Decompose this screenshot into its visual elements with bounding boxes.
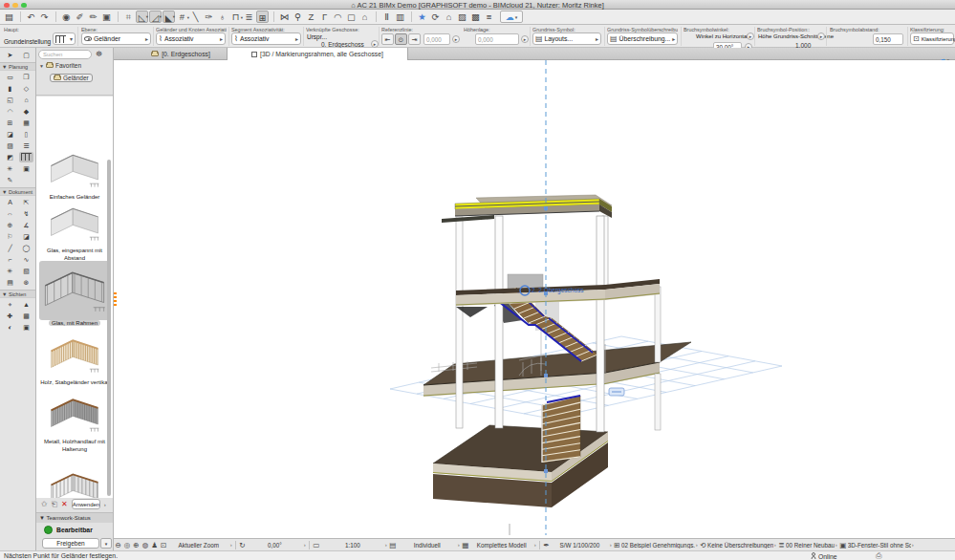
snap-grid-icon[interactable]: ⊞: [256, 11, 269, 23]
window-titlebar[interactable]: ⌂ AC 21 BIMx Demo [GRAPHISOFT demo - BIM…: [0, 0, 955, 10]
pen-nib-icon[interactable]: ✑: [203, 11, 215, 23]
geschosse-expand-button[interactable]: ▸: [371, 40, 379, 48]
geometry-method-2-icon[interactable]: ◿▾: [149, 11, 162, 23]
statusbar-3d-style[interactable]: ▣3D-Fenster-Stil ohne Sonne›: [838, 541, 915, 549]
zoom-out-icon[interactable]: ⊖: [116, 541, 121, 549]
line-icon[interactable]: ╲: [189, 11, 202, 23]
zoom-icon[interactable]: ⚲: [292, 11, 304, 23]
zoom-in-icon[interactable]: ⊕: [133, 541, 139, 549]
worksheet-tool[interactable]: ▩: [19, 311, 33, 321]
favorite-star-icon[interactable]: ✩: [41, 500, 48, 508]
floorplan-override-selector[interactable]: ▤Überschreibung...▸: [607, 32, 678, 45]
camera2-tool[interactable]: ▣: [19, 322, 33, 333]
drawing-tool[interactable]: ▤: [3, 277, 17, 288]
zoom-box-icon[interactable]: ⊡: [161, 541, 166, 549]
refline-left-toggle[interactable]: ⇤: [381, 33, 394, 45]
text-tool[interactable]: A: [3, 197, 17, 207]
section-icon[interactable]: Ⅱ: [380, 11, 393, 23]
statusbar-pen-set[interactable]: ✒S/W 1/100/200›: [542, 541, 613, 549]
teamwork-status-header[interactable]: ▼ Teamwork-Status: [36, 512, 113, 523]
bruchwinkel-mode-button[interactable]: ▸: [747, 32, 754, 40]
lamp-tool[interactable]: ✳: [3, 163, 17, 174]
section-tool[interactable]: ⌖: [3, 299, 17, 310]
pan-icon[interactable]: ◍: [142, 541, 149, 549]
save-icon[interactable]: ▤: [3, 11, 15, 23]
freeform-tool[interactable]: ✎: [3, 175, 17, 185]
bruchwinkel-mode[interactable]: Winkel zu Horizontal: [696, 33, 749, 39]
mesh-tool[interactable]: ▦: [19, 118, 33, 128]
favorites-tree-root[interactable]: ▼Favoriten: [39, 62, 116, 69]
inject-parameters-icon[interactable]: ✐: [74, 11, 86, 23]
segment-associativity[interactable]: ⌇Assoziativ▸: [231, 32, 301, 45]
bruchposition-mode-button[interactable]: ▸: [817, 32, 825, 40]
palette-splitter-handle[interactable]: [114, 292, 117, 308]
floorplan-symbol-selector[interactable]: ▤Layouts...▸: [532, 32, 601, 45]
favorite-item[interactable]: Metall, Holzhandlauf ohne Halterung: [36, 465, 113, 498]
marquee-tool[interactable]: ▢: [19, 50, 33, 60]
delete-favorite-icon[interactable]: ✕: [61, 500, 68, 508]
release-dropdown[interactable]: ▾: [100, 538, 112, 549]
teamwork-cloud-button[interactable]: ☁▾: [500, 11, 523, 23]
shell-tool[interactable]: ◠: [3, 106, 17, 117]
figure-tool[interactable]: ▧: [19, 266, 33, 276]
curtainwall-tool[interactable]: ⊞: [3, 118, 17, 128]
trim-icon[interactable]: ⋈: [278, 11, 291, 23]
tab-3d[interactable]: [3D / Markierungsrahmen, alle Geschosse]: [227, 48, 408, 60]
leveldim-tool[interactable]: ⊕: [3, 220, 17, 230]
roof-tool[interactable]: ⌂: [19, 95, 33, 105]
release-button[interactable]: Freigeben: [42, 538, 99, 549]
pickup-parameters-icon[interactable]: ◉: [60, 11, 73, 23]
favorite-item[interactable]: Glas, mit Rahmen: [36, 261, 113, 332]
zone-tool[interactable]: ◩: [3, 152, 17, 162]
favorite-item[interactable]: Einfaches Geländer: [36, 146, 113, 200]
actions-expand-icon[interactable]: ›: [104, 502, 106, 507]
statusbar-scale[interactable]: ▭1:100›: [312, 541, 388, 549]
gravity-icon[interactable]: ♁: [216, 11, 228, 23]
spline-tool[interactable]: ∿: [19, 254, 33, 265]
refline-center-toggle[interactable]: ⊙: [395, 33, 407, 45]
layers-icon[interactable]: ▩: [469, 11, 482, 23]
lock-icon[interactable]: ⊓▾: [229, 11, 242, 23]
toolbox-section-sichten[interactable]: ▼ Sichten: [0, 290, 35, 298]
railing-node-associativity[interactable]: ⌇Assoziativ▸: [156, 32, 226, 45]
polyline-tool[interactable]: ⌐: [3, 254, 17, 265]
gear-icon[interactable]: ☸: [96, 50, 102, 58]
bruchabstand-input[interactable]: 0,150: [873, 33, 903, 45]
refline-right-toggle[interactable]: ⇥: [408, 33, 421, 45]
pointer-tool[interactable]: ➤: [3, 50, 17, 60]
dim2-tool[interactable]: ↯: [19, 208, 33, 219]
hatch-tool[interactable]: ▨: [3, 140, 17, 151]
box-icon[interactable]: ▢: [345, 11, 358, 23]
classification-button[interactable]: ⊡Klassifizierung...: [910, 32, 954, 45]
wall-tool[interactable]: ▭: [3, 72, 17, 82]
printer-icon[interactable]: ⎙: [876, 551, 881, 560]
elevation-expand-button[interactable]: ▸: [521, 35, 529, 43]
favorites-scrollbar[interactable]: [107, 160, 111, 496]
favorite-item[interactable]: Glas, eingespannt mit Abstand: [36, 200, 113, 261]
undo-icon[interactable]: ↶: [25, 11, 37, 23]
beam-tool[interactable]: ◪: [3, 129, 17, 140]
object-tool[interactable]: ▣: [19, 163, 33, 174]
tab-erdgeschoss[interactable]: [0. Erdgeschoss]: [135, 48, 227, 60]
statusbar-current-zoom[interactable]: Aktueller Zoom›: [168, 542, 233, 549]
refline-offset-input[interactable]: 0,000: [423, 33, 450, 45]
door-tool[interactable]: ❒: [19, 72, 33, 82]
redo-icon[interactable]: ↷: [38, 11, 51, 23]
statusbar-rotation[interactable]: ↻0,00°›: [238, 541, 307, 549]
frame-icon[interactable]: ▣: [100, 11, 113, 23]
favorite-export-icon[interactable]: ⎗: [52, 500, 57, 509]
elevation-tool[interactable]: ▲: [19, 299, 33, 310]
home-icon[interactable]: ⌂: [358, 11, 371, 23]
stair-tool[interactable]: ☰: [19, 140, 33, 151]
line-tool[interactable]: ╱: [3, 243, 17, 253]
walk-icon[interactable]: ♟: [151, 541, 158, 549]
fillet-icon[interactable]: ◠: [332, 11, 344, 23]
toolbox-section-planung[interactable]: ▼ Planung: [0, 62, 35, 71]
railing-tool[interactable]: [19, 152, 33, 162]
image-icon[interactable]: ▨: [456, 11, 468, 23]
angledim-tool[interactable]: ∡: [19, 220, 33, 230]
favorites-icon[interactable]: ★: [416, 11, 428, 23]
resize-icon[interactable]: Z: [305, 11, 317, 23]
circle-tool[interactable]: ◯: [19, 243, 33, 253]
refline-expand-button[interactable]: ▸: [452, 35, 460, 43]
